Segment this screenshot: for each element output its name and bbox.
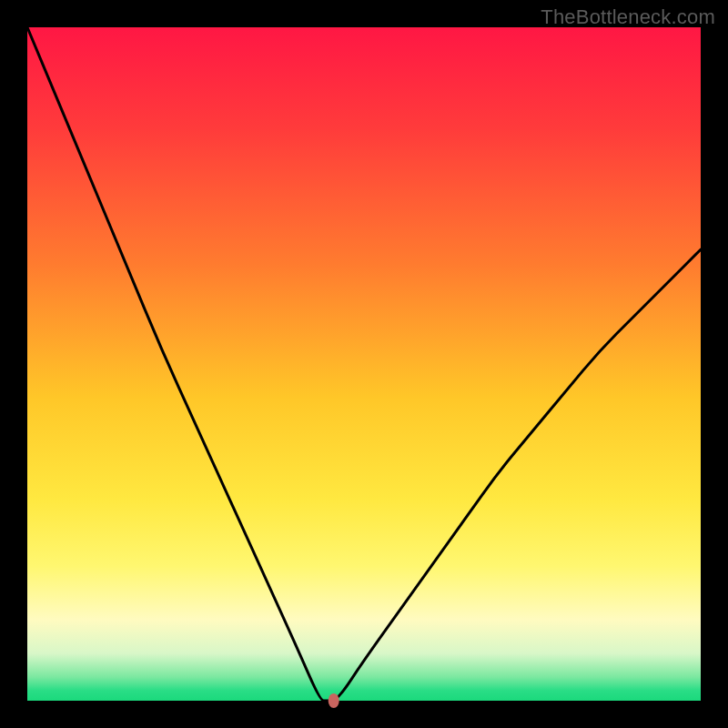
plot-background [27,27,701,701]
chart-frame: TheBottleneck.com [0,0,728,728]
optimal-point-marker [329,693,339,708]
watermark-text: TheBottleneck.com [541,5,715,29]
bottleneck-chart [0,0,728,728]
